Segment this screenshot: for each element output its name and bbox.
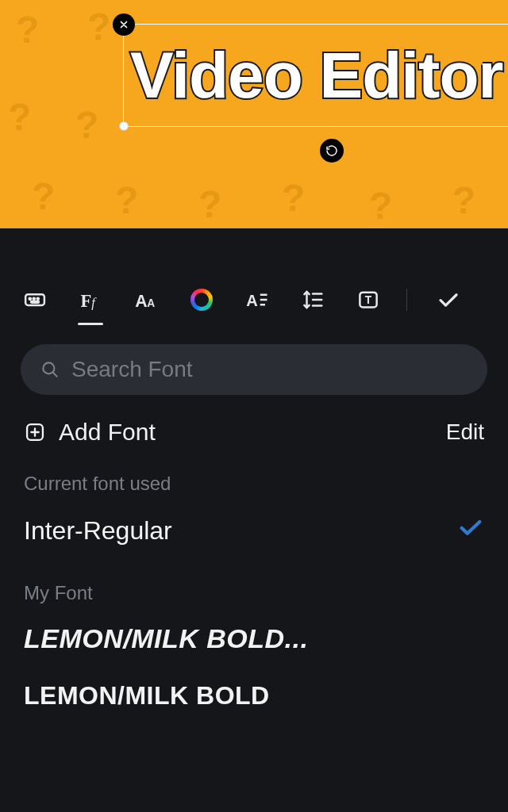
tab-lineheight[interactable] (298, 285, 327, 314)
svg-text:f: f (91, 296, 97, 310)
svg-rect-12 (260, 304, 265, 306)
tab-color[interactable] (187, 285, 216, 314)
text-selection-box[interactable]: Video Editor (123, 24, 508, 127)
svg-rect-4 (31, 301, 39, 303)
svg-point-3 (37, 298, 39, 300)
svg-point-1 (29, 298, 31, 300)
resize-handle-bl[interactable] (119, 121, 129, 131)
search-input[interactable] (71, 357, 468, 382)
edit-fonts-button[interactable]: Edit (446, 419, 484, 445)
font-name: Inter-Regular (24, 516, 172, 546)
font-item-current[interactable]: Inter-Regular (0, 495, 508, 555)
add-font-button[interactable]: Add Font (24, 419, 156, 446)
svg-text:A: A (147, 297, 155, 309)
rotate-handle[interactable] (320, 139, 344, 163)
font-item-lemonmilk-bold[interactable]: LEMON/MILK BOLD (0, 654, 508, 710)
tab-keyboard[interactable] (21, 285, 49, 314)
add-font-label: Add Font (59, 419, 156, 446)
font-name: LEMON/MILK BOLD... (24, 623, 308, 653)
tab-spacing[interactable]: A (243, 285, 271, 314)
svg-text:T: T (365, 294, 372, 306)
color-wheel-icon (190, 289, 213, 311)
font-name: LEMON/MILK BOLD (24, 681, 270, 710)
search-font-field[interactable] (21, 344, 487, 395)
svg-text:A: A (246, 292, 257, 309)
svg-text:A: A (135, 292, 147, 311)
selected-check (457, 514, 484, 547)
canvas-text[interactable]: Video Editor (130, 38, 502, 113)
tab-size[interactable]: AA (132, 285, 160, 314)
font-item-lemonmilk-italic[interactable]: LEMON/MILK BOLD... (0, 604, 508, 654)
section-myfont-label: My Font (24, 582, 484, 604)
delete-text-button[interactable] (113, 13, 135, 36)
svg-rect-11 (260, 299, 267, 301)
font-panel: Ff AA A T (0, 228, 508, 710)
svg-text:F: F (81, 291, 92, 311)
section-current-label: Current font used (24, 473, 484, 495)
svg-rect-10 (260, 294, 267, 297)
tab-font[interactable]: Ff (76, 285, 105, 314)
text-tool-tabs: Ff AA A T (0, 285, 508, 325)
confirm-button[interactable] (434, 285, 463, 314)
toolbar-divider (406, 289, 407, 311)
tab-textbox[interactable]: T (354, 285, 383, 314)
svg-point-2 (33, 298, 35, 300)
canvas-preview[interactable]: ? ? ? ? ? ? ? ? ? ? Video Editor (0, 0, 508, 228)
